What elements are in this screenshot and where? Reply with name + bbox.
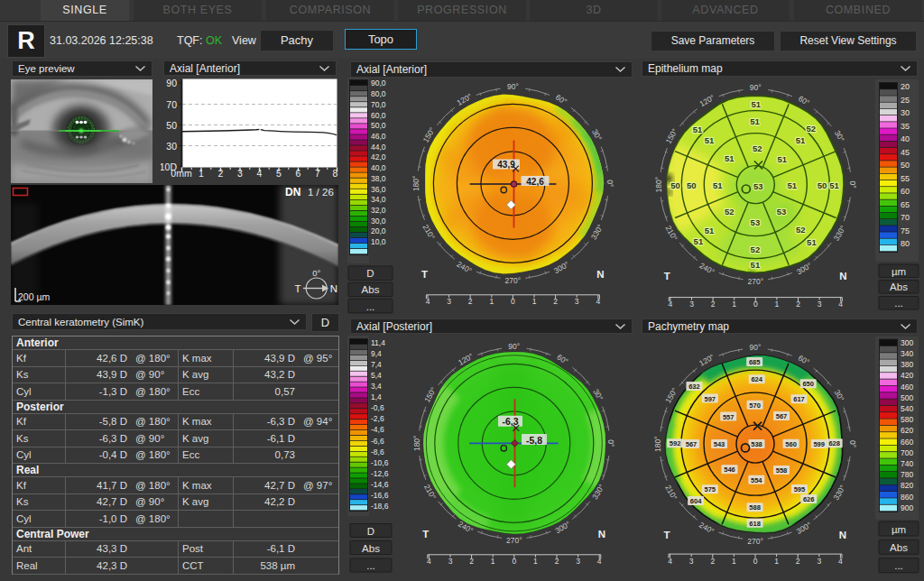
svg-text:N: N [839,271,846,281]
svg-text:51: 51 [693,124,703,134]
svg-text:592: 592 [670,439,681,447]
svg-text:617: 617 [793,395,805,403]
svg-text:30: 30 [166,141,177,152]
svg-text:628: 628 [828,439,840,447]
svg-text:3: 3 [237,168,243,179]
svg-text:-4,6: -4,6 [371,425,384,434]
svg-text:35: 35 [901,122,910,131]
svg-text:599: 599 [813,440,825,448]
svg-text:4: 4 [257,168,263,179]
svg-text:270°: 270° [505,276,522,285]
svg-text:90°: 90° [507,82,519,91]
svg-text:-12,6: -12,6 [371,469,389,478]
svg-text:2: 2 [468,297,473,306]
svg-text:3: 3 [689,557,694,566]
svg-text:740: 740 [901,459,913,468]
svg-text:2: 2 [555,557,559,566]
svg-text:50: 50 [818,180,827,190]
svg-text:42,6: 42,6 [526,177,544,187]
svg-text:51: 51 [725,153,735,163]
svg-text:3: 3 [447,297,451,306]
svg-text:1 / 26: 1 / 26 [308,187,334,198]
svg-text:90°: 90° [750,83,762,92]
svg-text:60,0: 60,0 [371,111,386,120]
svg-text:...: ... [366,301,375,312]
svg-text:0: 0 [512,557,516,566]
svg-text:0: 0 [753,300,758,309]
svg-text:75: 75 [901,226,910,235]
svg-text:3,4: 3,4 [371,382,382,391]
svg-text:65: 65 [901,200,910,209]
svg-text:51: 51 [694,236,704,246]
svg-text:588: 588 [749,503,761,512]
svg-text:52: 52 [806,124,816,134]
svg-text:0°: 0° [312,268,320,278]
svg-text:60°: 60° [555,353,569,366]
svg-text:1: 1 [199,168,204,179]
svg-text:44,0: 44,0 [371,143,386,152]
svg-text:3: 3 [818,300,822,309]
svg-text:...: ... [366,560,375,571]
svg-text:620: 620 [901,426,913,435]
svg-text:0: 0 [753,557,758,566]
svg-text:780: 780 [901,470,913,479]
svg-text:52: 52 [796,225,806,235]
svg-text:554: 554 [751,476,762,484]
svg-text:80,0: 80,0 [371,89,386,98]
svg-text:51: 51 [705,135,715,145]
svg-text:567: 567 [776,412,788,420]
svg-text:20: 20 [901,82,910,91]
svg-text:51: 51 [751,99,761,109]
svg-text:1: 1 [774,557,779,566]
svg-text:80: 80 [901,239,910,248]
svg-text:0°: 0° [605,180,614,187]
svg-text:1: 1 [732,300,736,309]
svg-text:Abs: Abs [362,284,380,295]
svg-text:558: 558 [776,466,788,475]
svg-text:70,0: 70,0 [371,100,386,109]
svg-text:51: 51 [787,180,797,190]
svg-text:2: 2 [553,297,558,306]
svg-text:330°: 330° [589,223,605,241]
svg-text:1: 1 [775,300,780,309]
svg-text:3: 3 [448,557,453,566]
svg-text:0°: 0° [606,439,615,447]
svg-text:45: 45 [901,148,910,157]
svg-text:T: T [663,530,670,540]
svg-text:540: 540 [901,404,913,413]
svg-text:7: 7 [315,168,320,179]
svg-text:N: N [598,529,605,540]
svg-text:860: 860 [901,493,913,502]
svg-text:-6,6: -6,6 [371,437,384,446]
svg-text:51: 51 [796,135,806,145]
svg-text:70: 70 [901,213,910,222]
svg-text:53: 53 [777,207,787,217]
svg-text:50,0: 50,0 [371,121,386,130]
svg-text:0: 0 [511,297,515,306]
svg-text:240°: 240° [698,520,716,535]
svg-text:150°: 150° [663,127,679,145]
svg-text:240°: 240° [698,261,716,276]
svg-text:µm: µm [892,266,906,277]
svg-text:51: 51 [807,237,817,247]
svg-text:30: 30 [901,108,910,117]
svg-text:180°: 180° [411,176,420,192]
svg-text:-0,6: -0,6 [371,403,384,412]
svg-text:500: 500 [901,393,913,402]
svg-text:3: 3 [575,297,579,306]
svg-text:-10,6: -10,6 [371,458,389,467]
svg-text:2: 2 [796,300,800,309]
svg-text:1: 1 [533,557,538,566]
svg-text:53: 53 [751,217,761,227]
svg-text:1,4: 1,4 [371,392,382,401]
svg-text:632: 632 [688,383,700,391]
svg-text:7,4: 7,4 [371,360,382,369]
svg-text:Abs: Abs [890,281,908,292]
svg-text:626: 626 [803,495,815,503]
svg-text:52: 52 [751,244,761,254]
svg-text:30°: 30° [590,128,604,143]
svg-text:6: 6 [296,168,301,179]
svg-text:90: 90 [166,78,177,88]
svg-text:3: 3 [817,557,821,566]
svg-text:380: 380 [901,360,913,369]
